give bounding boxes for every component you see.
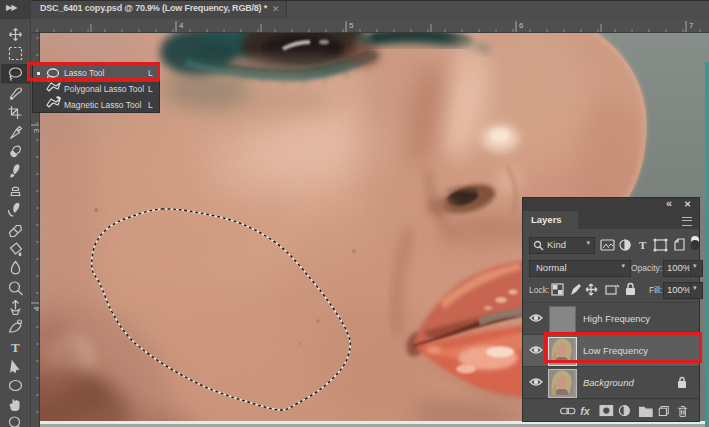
svg-text:5: 5: [349, 21, 354, 30]
svg-text:7: 7: [689, 21, 694, 30]
svg-text:T: T: [639, 239, 647, 251]
svg-text:4: 4: [179, 21, 184, 30]
svg-text:3: 3: [32, 128, 40, 133]
svg-text:4: 4: [32, 306, 40, 311]
svg-text:T: T: [11, 340, 20, 355]
svg-text:fx: fx: [580, 405, 591, 417]
svg-text:6: 6: [519, 21, 524, 30]
